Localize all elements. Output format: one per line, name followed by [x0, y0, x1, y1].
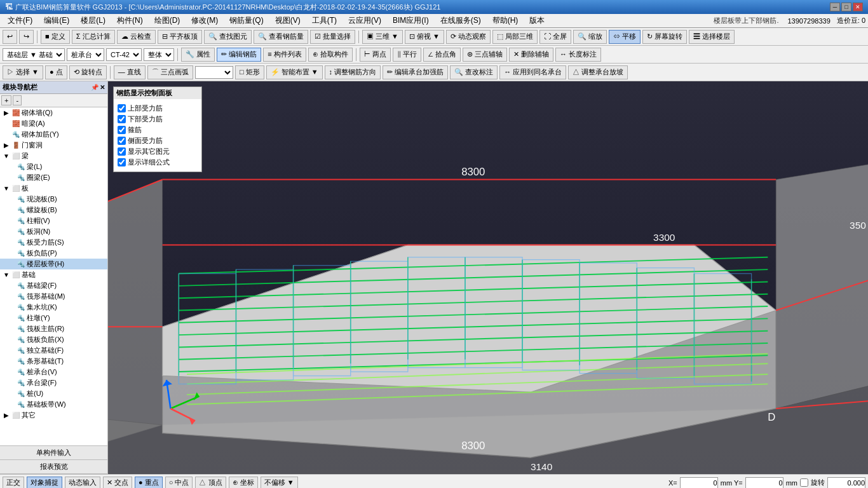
cb-show-others[interactable]	[118, 147, 126, 156]
tree-item-zhuangchengtai[interactable]: 🔩 桩承台(V)	[0, 367, 107, 377]
tree-item-mcd[interactable]: ▶ 🚪 门窗洞	[0, 140, 107, 151]
tree-item-zhuang[interactable]: 🔩 桩(U)	[0, 388, 107, 399]
tb-local-3d[interactable]: ⬚ 局部三维	[492, 30, 538, 44]
tree-item-liang-l[interactable]: 🔩 梁(L)	[0, 161, 107, 172]
single-component-btn[interactable]: 单构件输入	[0, 446, 107, 460]
tree-item-luoxuanban[interactable]: 🔩 螺旋板(B)	[0, 205, 107, 215]
menu-modify[interactable]: 修改(M)	[186, 14, 223, 27]
tb-undo[interactable]: ↩	[3, 30, 17, 44]
menu-floor[interactable]: 楼层(L)	[76, 14, 111, 27]
tb-length-mark[interactable]: ↔ 长度标注	[555, 48, 601, 62]
tb-three-point-axis[interactable]: ⊛ 三点辅轴	[463, 48, 507, 62]
tb-sum[interactable]: Σ 汇总计算	[72, 30, 115, 44]
menu-cloud[interactable]: 云应用(V)	[343, 14, 386, 27]
left-panel-close[interactable]: ✕	[100, 84, 105, 91]
tb-check-mark[interactable]: 🔍 查改标注	[450, 65, 498, 79]
tree-item-tiaoxing[interactable]: 🔩 条形基础(T)	[0, 356, 107, 367]
tb-del-axis[interactable]: ✕ 删除辅轴	[509, 48, 553, 62]
cb-bottom-rebar[interactable]	[118, 115, 126, 123]
menu-bim[interactable]: BIM应用(I)	[388, 14, 434, 27]
tb-two-point[interactable]: ⊢ 两点	[360, 48, 391, 62]
menu-view[interactable]: 视图(V)	[270, 14, 306, 27]
tb-3d[interactable]: ▣ 三维 ▼	[362, 30, 403, 44]
menu-component[interactable]: 构件(N)	[112, 14, 148, 27]
tb-apply-same[interactable]: ↔ 应用到同名承台	[499, 65, 566, 79]
tb-edit-rebar[interactable]: ✏ 编辑钢筋	[217, 48, 261, 62]
tb-pan[interactable]: ⇔ 平移	[609, 30, 641, 44]
tb-pick-angle[interactable]: ∠ 拾点角	[423, 48, 461, 62]
cb-side-rebar[interactable]	[118, 137, 126, 145]
tb-arc[interactable]: ⌒ 三点画弧	[147, 65, 193, 79]
shape-select[interactable]	[195, 66, 233, 79]
tree-item-dulijijichu[interactable]: 🔩 独立基础(F)	[0, 345, 107, 356]
left-panel-pin[interactable]: 📌	[91, 84, 98, 91]
cb-stirrup[interactable]	[118, 126, 126, 134]
menu-help[interactable]: 帮助(H)	[487, 14, 524, 27]
tb-fullscreen[interactable]: ⛶ 全屏	[539, 30, 571, 44]
close-button[interactable]: ✕	[853, 3, 863, 11]
tree-item-jichuband[interactable]: 🔩 基础板带(W)	[0, 399, 107, 410]
cb-show-detail[interactable]	[118, 158, 126, 166]
menu-online[interactable]: 在线服务(S)	[435, 14, 486, 27]
tb-zoom[interactable]: 🔍 缩放	[573, 30, 607, 44]
tb-pick-component[interactable]: ⊕ 拾取构件	[308, 48, 353, 62]
tb-component-list[interactable]: ≡ 构件列表	[263, 48, 306, 62]
tree-item-banfujin[interactable]: 🔩 板负筋(P)	[0, 248, 107, 259]
tb-rotate-point[interactable]: ⟲ 旋转点	[69, 65, 107, 79]
tree-item-zhumao[interactable]: 🔩 柱帽(V)	[0, 215, 107, 226]
tree-item-chengtailiang[interactable]: 🔩 承台梁(F)	[0, 377, 107, 388]
tree-collapse-btn[interactable]: -	[13, 95, 22, 105]
tree-item-jishuikeng[interactable]: 🔩 集水坑(K)	[0, 302, 107, 313]
x-input[interactable]	[680, 477, 718, 489]
tb-top-view[interactable]: ⊡ 俯视 ▼	[405, 30, 444, 44]
tb-smart-layout[interactable]: ⚡ 智能布置 ▼	[266, 65, 323, 79]
tree-item-fufujin[interactable]: 🔩 筏板负筋(X)	[0, 334, 107, 345]
tb-find-elem[interactable]: 🔍 查找图元	[204, 30, 252, 44]
tree-item-jichu[interactable]: ▼ ⬜ 基础	[0, 269, 107, 280]
orthogonal-btn[interactable]: 正交	[3, 477, 24, 489]
tree-item-quanliang[interactable]: 🔩 圈梁(E)	[0, 172, 107, 183]
tb-property[interactable]: 🔧 属性	[181, 48, 215, 62]
report-preview-btn[interactable]: 报表预览	[0, 460, 107, 474]
tb-adjust-slope[interactable]: △ 调整承台放坡	[568, 65, 628, 79]
tb-select-floor[interactable]: ☰ 选择楼层	[689, 30, 735, 44]
tb-point[interactable]: ● 点	[45, 65, 67, 79]
tree-item-anliang[interactable]: 🧱 暗梁(A)	[0, 118, 107, 129]
minimize-button[interactable]: ─	[830, 3, 840, 11]
intersection-btn[interactable]: ✕ 交点	[103, 477, 132, 489]
tb-select[interactable]: ▷ 选择 ▼	[3, 65, 43, 79]
tree-item-loubandai[interactable]: 🔩 楼层板带(H)	[0, 259, 107, 269]
tree-item-banshoulijin[interactable]: 🔩 板受力筋(S)	[0, 237, 107, 248]
center-btn[interactable]: ○ 中点	[165, 477, 193, 489]
viewport-3d[interactable]: 钢筋显示控制面板 上部受力筋 下部受力筋 箍筋 侧面受力筋 显示其它图元	[108, 81, 868, 474]
tree-item-qita[interactable]: ▶ ⬜ 其它	[0, 410, 107, 421]
tb-define[interactable]: ■ 定义	[41, 30, 70, 44]
tb-screen-rotate[interactable]: ↻ 屏幕旋转	[642, 30, 687, 44]
component-type-select[interactable]: 桩承台	[67, 48, 104, 61]
tb-parallel[interactable]: ∥ 平行	[393, 48, 421, 62]
menu-tools[interactable]: 工具(T)	[307, 14, 342, 27]
view-mode-select[interactable]: 整体	[144, 48, 174, 61]
menu-rebar-qty[interactable]: 钢筋量(Q)	[224, 14, 268, 27]
tb-redo[interactable]: ↪	[19, 30, 34, 44]
menu-version[interactable]: 版本	[524, 14, 550, 27]
tree-item-fabanzhulijin[interactable]: 🔩 筏板主筋(R)	[0, 323, 107, 334]
cb-top-rebar[interactable]	[118, 104, 126, 112]
tb-dynamic-obs[interactable]: ⟳ 动态观察	[446, 30, 491, 44]
menu-draw[interactable]: 绘图(D)	[149, 14, 186, 27]
dynamic-input-btn[interactable]: 动态输入	[65, 477, 100, 489]
midpoint-btn[interactable]: ● 重点	[135, 477, 163, 489]
tree-expand-btn[interactable]: +	[1, 95, 11, 105]
vertex-btn[interactable]: △ 顶点	[195, 477, 226, 489]
tree-item-zhudun[interactable]: 🔩 柱墩(Y)	[0, 313, 107, 323]
rotate-checkbox[interactable]	[800, 478, 808, 487]
tb-rect[interactable]: □ 矩形	[235, 65, 264, 79]
tree-item-ban[interactable]: ▼ ⬜ 板	[0, 183, 107, 194]
rotate-input[interactable]	[827, 477, 865, 489]
tree-item-xianzhuban[interactable]: 🔩 现浇板(B)	[0, 194, 107, 205]
object-snap-btn[interactable]: 对象捕捉	[27, 477, 62, 489]
y-input[interactable]	[745, 477, 783, 489]
tb-cloud-check[interactable]: ☁ 云检查	[117, 30, 156, 44]
tree-item-jichuliang[interactable]: 🔩 基础梁(F)	[0, 280, 107, 291]
tree-item-qiti[interactable]: ▶ 🧱 砌体墙(Q)	[0, 107, 107, 118]
